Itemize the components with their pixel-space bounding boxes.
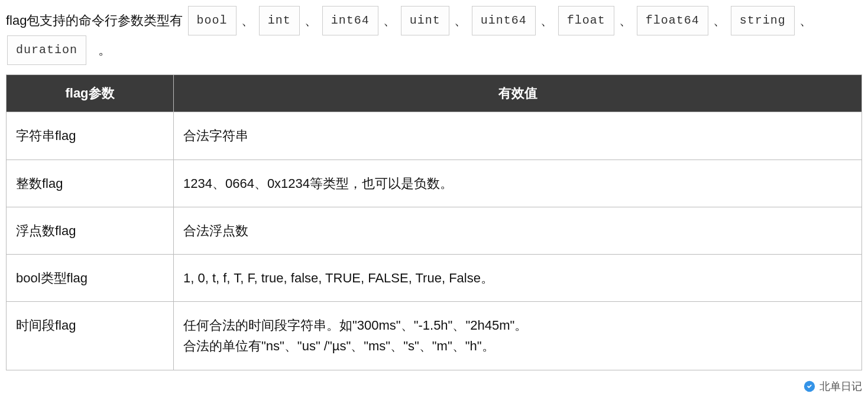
- type-chip-uint64: uint64: [472, 6, 536, 35]
- table-header-col1: flag参数: [7, 75, 174, 112]
- table-header-col2: 有效值: [174, 75, 862, 112]
- intro-paragraph: flag包支持的命令行参数类型有 bool、int、int64、uint、uin…: [6, 6, 862, 65]
- type-chip-string: string: [731, 6, 795, 35]
- table-row: 浮点数flag合法浮点数: [7, 207, 862, 254]
- table-cell-param: 字符串flag: [7, 112, 174, 160]
- type-chip-duration: duration: [7, 35, 86, 65]
- type-separator: 、: [799, 13, 812, 28]
- type-chip-float64: float64: [637, 6, 708, 35]
- type-separator: 、: [383, 13, 396, 28]
- table-cell-param: 浮点数flag: [7, 207, 174, 254]
- table-cell-value: 合法浮点数: [174, 207, 862, 254]
- table-cell-value: 1, 0, t, f, T, F, true, false, TRUE, FAL…: [174, 254, 862, 301]
- type-separator: 、: [305, 13, 318, 28]
- type-chip-bool: bool: [188, 6, 237, 35]
- type-chip-int: int: [259, 6, 300, 35]
- table-cell-value: 1234、0664、0x1234等类型，也可以是负数。: [174, 160, 862, 207]
- type-chip-float: float: [558, 6, 614, 35]
- flag-table: flag参数 有效值 字符串flag合法字符串整数flag1234、0664、0…: [6, 74, 862, 370]
- type-chip-uint: uint: [401, 6, 449, 35]
- table-body: 字符串flag合法字符串整数flag1234、0664、0x1234等类型，也可…: [7, 112, 862, 370]
- table-cell-param: 整数flag: [7, 160, 174, 207]
- intro-prefix: flag包支持的命令行参数类型有: [6, 13, 183, 28]
- intro-suffix: 。: [98, 43, 111, 57]
- table-row: bool类型flag1, 0, t, f, T, F, true, false,…: [7, 254, 862, 301]
- type-separator: 、: [454, 13, 467, 28]
- table-header-row: flag参数 有效值: [7, 75, 862, 112]
- table-row: 时间段flag任何合法的时间段字符串。如"300ms"、"-1.5h"、"2h4…: [7, 302, 862, 370]
- table-cell-param: bool类型flag: [7, 254, 174, 301]
- table-row: 字符串flag合法字符串: [7, 112, 862, 160]
- table-row: 整数flag1234、0664、0x1234等类型，也可以是负数。: [7, 160, 862, 207]
- type-separator: 、: [540, 13, 553, 28]
- table-cell-value: 任何合法的时间段字符串。如"300ms"、"-1.5h"、"2h45m"。合法的…: [174, 302, 862, 370]
- type-separator: 、: [241, 13, 254, 28]
- type-chip-int64: int64: [322, 6, 378, 35]
- type-separator: 、: [713, 13, 726, 28]
- table-cell-value: 合法字符串: [174, 112, 862, 160]
- table-cell-param: 时间段flag: [7, 302, 174, 370]
- type-separator: 、: [619, 13, 632, 28]
